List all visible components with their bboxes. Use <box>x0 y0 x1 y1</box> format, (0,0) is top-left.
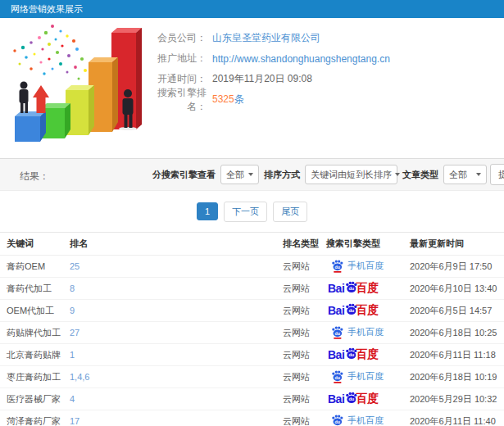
rank-type-cell: 云网站 <box>276 410 320 426</box>
page-button-last[interactable]: 尾页 <box>273 202 307 222</box>
keyword-cell: 菏泽膏药厂家 <box>0 410 63 426</box>
promotion-url-link[interactable]: http://www.shandonghuangshengtang.cn <box>212 53 390 65</box>
baidu-logo-hanzi: 百度 <box>356 347 379 362</box>
rank-link[interactable]: 17 <box>63 410 276 426</box>
company-link[interactable]: 山东皇圣堂药业有限公司 <box>212 31 320 45</box>
rank-link[interactable]: 9 <box>63 300 276 322</box>
baidu-logo: Bai du 百度 <box>328 347 379 362</box>
keyword-cell: 医疗器械厂家 <box>0 388 63 410</box>
mobile-baidu-label: 手机百度 <box>347 326 384 338</box>
baidu-logo-hanzi: 百度 <box>356 303 379 318</box>
svg-text:du: du <box>349 352 355 357</box>
engine-type-cell: du 百度 Bai du 百度 <box>320 344 403 366</box>
rank-link[interactable]: 1 <box>63 344 276 366</box>
updated-cell: 2020年6月10日 13:40 <box>403 278 504 300</box>
confetti-dots <box>13 25 100 84</box>
rank-type-cell: 云网站 <box>276 322 320 344</box>
filter-bar: 结果： 分搜索引擎查看 全部 排序方式 关键词由短到长排序 文章类型 全部 提交 <box>0 158 504 191</box>
col-header-updated: 最新更新时间 <box>403 233 504 256</box>
rank-type-cell: 云网站 <box>276 344 320 366</box>
svg-text:du: du <box>349 308 355 313</box>
article-filter-select[interactable]: 全部 <box>443 165 487 184</box>
chevron-down-icon <box>248 173 253 176</box>
mobile-baidu-badge: du 手机百度 <box>331 325 384 339</box>
updated-cell: 2020年6月18日 10:19 <box>403 366 504 388</box>
baidu-paw-icon: du <box>331 369 343 383</box>
sort-filter-label: 排序方式 <box>262 169 302 181</box>
updated-cell: 2020年5月29日 10:32 <box>403 388 504 410</box>
submit-button[interactable]: 提交 <box>490 164 504 185</box>
rank-count-number: 5325 <box>212 93 234 105</box>
pagination: 1 下一页 尾页 <box>0 191 504 232</box>
engine-type-cell: du 百度 Bai du 百度 <box>320 278 403 300</box>
mobile-baidu-label: 手机百度 <box>347 370 384 383</box>
svg-text:du: du <box>335 419 340 424</box>
svg-text:du: du <box>349 397 355 401</box>
engine-type-cell: du 百度 Bai du 百度 <box>320 300 403 322</box>
page-button-current[interactable]: 1 <box>197 202 218 220</box>
info-row-url: 推广地址： http://www.shandonghuangshengtang.… <box>141 48 390 69</box>
table-row: OEM代加工 9 云网站 du 百度 Bai <box>0 300 504 322</box>
open-time-label: 开通时间： <box>141 72 207 86</box>
info-row-rank-count: 搜索引擎排名： 5325条 <box>141 89 390 110</box>
rank-type-cell: 云网站 <box>276 366 320 388</box>
updated-cell: 2020年6月11日 11:40 <box>403 410 504 426</box>
engine-type-cell: du 手机百度 Bai du 百度 <box>320 410 403 426</box>
baidu-logo-hanzi: 百度 <box>356 281 379 296</box>
rank-count-label: 搜索引擎排名： <box>141 86 207 114</box>
engine-type-cell: du 手机百度 Bai du 百度 <box>320 256 403 278</box>
baidu-logo-bai: Bai <box>328 392 344 406</box>
results-table: 关键词 排名 排名类型 搜索引擎类型 最新更新时间 膏药OEM 25 云网站 d… <box>0 232 504 426</box>
updated-cell: 2020年6月11日 11:18 <box>403 344 504 366</box>
chevron-down-icon <box>476 173 481 176</box>
rank-count-value: 5325条 <box>212 93 244 106</box>
growth-bar-chart-illustration <box>3 21 152 152</box>
member-info-list: 会员公司： 山东皇圣堂药业有限公司 推广地址： http://www.shand… <box>141 28 390 110</box>
col-header-engine-type: 搜索引擎类型 <box>320 233 403 256</box>
bar-blue <box>15 111 46 142</box>
table-row: 膏药OEM 25 云网站 du 手机百度 Bai <box>0 256 504 278</box>
sort-filter-select[interactable]: 关键词由短到长排序 <box>305 165 397 184</box>
chevron-down-icon <box>395 173 400 176</box>
table-row: 枣庄膏药加工 1,4,6 云网站 du 手机百度 Bai <box>0 366 504 388</box>
col-header-rank: 排名 <box>63 233 276 256</box>
mobile-baidu-badge: du 手机百度 <box>331 259 384 273</box>
mobile-baidu-badge: du 手机百度 <box>331 414 384 426</box>
page-button-next[interactable]: 下一页 <box>224 202 267 222</box>
article-filter-label: 文章类型 <box>401 169 440 181</box>
mobile-baidu-badge: du 手机百度 <box>331 369 384 383</box>
engine-type-cell: du 百度 Bai du 百度 <box>320 388 403 410</box>
updated-cell: 2020年6月18日 10:25 <box>403 322 504 344</box>
keyword-cell: 枣庄膏药加工 <box>0 366 63 388</box>
table-row: 菏泽膏药厂家 17 云网站 du 手机百度 Bai <box>0 410 504 426</box>
page-title: 网络营销效果展示 <box>0 0 504 18</box>
rank-link[interactable]: 1,4,6 <box>63 366 276 388</box>
rank-type-cell: 云网站 <box>276 388 320 410</box>
baidu-paw-icon: du <box>331 259 343 273</box>
rank-link[interactable]: 25 <box>63 256 276 278</box>
rank-type-cell: 云网站 <box>276 278 320 300</box>
table-row: 膏药代加工 8 云网站 du 百度 Bai <box>0 278 504 300</box>
table-row: 医疗器械厂家 4 云网站 du 百度 Bai <box>0 388 504 410</box>
rank-type-cell: 云网站 <box>276 256 320 278</box>
info-row-company: 会员公司： 山东皇圣堂药业有限公司 <box>141 28 390 48</box>
col-header-rank-type: 排名类型 <box>276 233 320 256</box>
rank-link[interactable]: 27 <box>63 322 276 344</box>
businessman-left <box>20 82 29 114</box>
rank-count-unit: 条 <box>234 93 244 105</box>
filter-controls: 分搜索引擎查看 全部 排序方式 关键词由短到长排序 文章类型 全部 提交 <box>151 159 504 190</box>
baidu-paw-icon: du <box>331 414 343 426</box>
rank-link[interactable]: 4 <box>63 388 276 410</box>
svg-text:du: du <box>335 264 340 269</box>
company-label: 会员公司： <box>141 31 207 45</box>
rank-link[interactable]: 8 <box>63 278 276 300</box>
baidu-logo: Bai du 百度 <box>328 303 379 318</box>
baidu-logo-bai: Bai <box>328 304 344 317</box>
keyword-cell: OEM代加工 <box>0 300 63 322</box>
engine-filter-select[interactable]: 全部 <box>220 165 259 184</box>
mobile-baidu-label: 手机百度 <box>347 415 384 426</box>
svg-text:du: du <box>335 330 340 335</box>
keyword-cell: 药贴牌代加工 <box>0 322 63 344</box>
engine-type-cell: du 手机百度 Bai du 百度 <box>320 322 403 344</box>
baidu-logo-bai: Bai <box>328 282 344 295</box>
